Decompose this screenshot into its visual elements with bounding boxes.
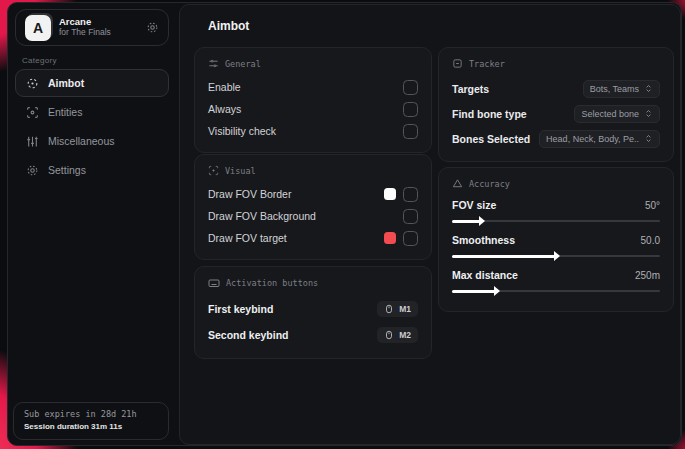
sidebar-item-label: Entities	[48, 106, 82, 118]
general-card: General Enable Always Visibility check	[194, 47, 432, 153]
activation-card: Activation buttons First keybind M1 Seco…	[194, 266, 432, 359]
fov-target-color-swatch[interactable]	[384, 232, 396, 244]
fov-background-checkbox[interactable]	[403, 209, 418, 224]
always-checkbox[interactable]	[403, 102, 418, 117]
sliders-horizontal-icon	[208, 58, 219, 69]
app-logo: A	[25, 15, 51, 41]
sidebar-item-label: Settings	[48, 164, 86, 176]
setting-row-second-keybind: Second keybind M2	[208, 322, 418, 348]
focus-icon	[208, 165, 219, 176]
visual-card: Visual Draw FOV Border Draw FOV Backgrou…	[194, 154, 432, 260]
setting-row-enable: Enable	[208, 76, 418, 98]
triangle-icon	[452, 178, 463, 189]
setting-row-visibility-check: Visibility check	[208, 120, 418, 142]
setting-row-fov-target: Draw FOV target	[208, 227, 418, 249]
setting-row-bones-selected: Bones Selected Head, Neck, Body, Pe..	[452, 126, 660, 151]
sidebar-nav: Aimbot Entities Miscellaneous	[15, 69, 169, 185]
sub-expiry-text: Sub expires in 28d 21h	[24, 409, 158, 419]
category-label: Category	[22, 56, 57, 65]
card-title: Accuracy	[469, 179, 510, 189]
card-title: General	[225, 59, 261, 69]
main-panel: Aimbot General Enable Always	[179, 4, 681, 445]
fov-border-color-swatch[interactable]	[384, 188, 396, 200]
setting-row-first-keybind: First keybind M1	[208, 296, 418, 322]
targets-select[interactable]: Bots, Teams	[583, 80, 660, 98]
max-distance-slider[interactable]	[452, 286, 660, 296]
setting-row-max-distance: Max distance 250m	[452, 266, 660, 296]
slider-thumb[interactable]	[479, 216, 485, 226]
mouse-icon	[384, 330, 394, 340]
max-distance-value: 250m	[635, 270, 660, 281]
card-title: Activation buttons	[226, 278, 318, 288]
sidebar: A Arcane for The Finals Category Aimbot	[8, 3, 174, 445]
app-subtitle: for The Finals	[59, 28, 138, 38]
visibility-check-checkbox[interactable]	[403, 124, 418, 139]
sidebar-item-settings[interactable]: Settings	[15, 156, 169, 184]
keyboard-icon	[208, 277, 220, 289]
fov-size-value: 50°	[645, 200, 660, 211]
sidebar-item-entities[interactable]: Entities	[15, 98, 169, 126]
mouse-icon	[384, 304, 394, 314]
card-title: Visual	[225, 166, 256, 176]
setting-row-fov-background: Draw FOV Background	[208, 205, 418, 227]
subscription-info: Sub expires in 28d 21h Session duration …	[13, 402, 169, 440]
enable-checkbox[interactable]	[403, 80, 418, 95]
accuracy-card: Accuracy FOV size 50° Smoothness 50.0	[438, 167, 674, 312]
fov-target-checkbox[interactable]	[403, 231, 418, 246]
brand-card: A Arcane for The Finals	[15, 9, 169, 46]
find-bone-type-select[interactable]: Selected bone	[574, 105, 660, 123]
chevrons-up-down-icon	[644, 109, 653, 118]
bones-selected-select[interactable]: Head, Neck, Body, Pe..	[539, 130, 660, 148]
frame-minus-icon	[452, 58, 463, 69]
sidebar-item-label: Miscellaneous	[48, 135, 115, 147]
slider-thumb[interactable]	[494, 286, 500, 296]
setting-row-fov-size: FOV size 50°	[452, 196, 660, 226]
app-window: A Arcane for The Finals Category Aimbot	[7, 2, 682, 446]
setting-row-fov-border: Draw FOV Border	[208, 183, 418, 205]
slider-thumb[interactable]	[554, 251, 560, 261]
sliders-icon	[26, 135, 39, 148]
setting-row-always: Always	[208, 98, 418, 120]
sidebar-item-miscellaneous[interactable]: Miscellaneous	[15, 127, 169, 155]
sidebar-item-label: Aimbot	[48, 77, 84, 89]
session-duration-text: Session duration 31m 11s	[24, 422, 158, 431]
fov-border-checkbox[interactable]	[403, 187, 418, 202]
crosshair-icon	[26, 77, 39, 90]
setting-row-find-bone-type: Find bone type Selected bone	[452, 101, 660, 126]
card-title: Tracker	[469, 59, 505, 69]
first-keybind-button[interactable]: M1	[377, 301, 418, 317]
chevrons-up-down-icon	[644, 84, 653, 93]
eye-scan-icon	[26, 106, 39, 119]
sidebar-item-aimbot[interactable]: Aimbot	[15, 69, 169, 97]
tracker-card: Tracker Targets Bots, Teams Find bone ty…	[438, 47, 674, 162]
smoothness-slider[interactable]	[452, 251, 660, 261]
gear-icon	[26, 164, 39, 177]
setting-row-smoothness: Smoothness 50.0	[452, 231, 660, 261]
setting-row-targets: Targets Bots, Teams	[452, 76, 660, 101]
smoothness-value: 50.0	[641, 235, 660, 246]
second-keybind-button[interactable]: M2	[377, 327, 418, 343]
gear-icon[interactable]	[146, 21, 159, 34]
page-title: Aimbot	[208, 19, 249, 33]
fov-size-slider[interactable]	[452, 216, 660, 226]
chevrons-up-down-icon	[644, 134, 653, 143]
